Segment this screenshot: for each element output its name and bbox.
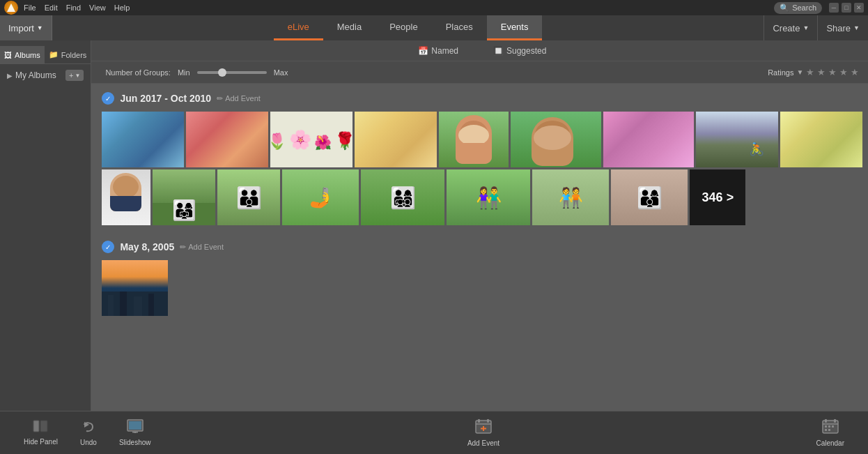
undo-label: Undo xyxy=(80,439,97,446)
tab-people[interactable]: People xyxy=(375,15,431,40)
star1[interactable]: ★ xyxy=(806,67,814,77)
tab-named[interactable]: 📅 Named xyxy=(411,43,465,59)
import-chevron: ▼ xyxy=(37,24,43,31)
tab-elive[interactable]: eLive xyxy=(274,15,323,40)
create-button[interactable]: Create ▼ xyxy=(764,15,817,40)
slideshow-button[interactable]: Slideshow xyxy=(109,415,161,451)
menu-items: File Edit Find View Help xyxy=(24,3,130,12)
event-check-2[interactable]: ✓ xyxy=(102,241,114,253)
svg-rect-22 xyxy=(828,429,830,431)
sidebar-tab-folders[interactable]: 📁 Folders xyxy=(45,46,91,63)
main-photo-area: ✓ Jun 2017 - Oct 2010 ✏ Add Event xyxy=(91,84,868,411)
folders-icon: 📁 xyxy=(49,50,59,59)
add-album-button[interactable]: + ▼ xyxy=(65,70,84,81)
star4[interactable]: ★ xyxy=(839,67,848,77)
photo-10[interactable] xyxy=(102,169,150,225)
calendar-button[interactable]: Calendar xyxy=(806,414,854,451)
undo-button[interactable]: Undo xyxy=(68,415,109,451)
add-event-toolbar-label: Add Event xyxy=(467,439,499,447)
slider-thumb[interactable] xyxy=(218,68,226,77)
my-albums-title: ▶ My Albums xyxy=(7,70,56,80)
photo-8[interactable]: 🚴 xyxy=(696,112,778,167)
tab-suggested[interactable]: 🔲 Suggested xyxy=(486,43,553,59)
tab-media[interactable]: Media xyxy=(323,15,375,40)
calendar-label: Calendar xyxy=(816,439,844,447)
groups-slider[interactable] xyxy=(197,71,267,74)
event-date-1: Jun 2017 - Oct 2010 xyxy=(120,93,211,104)
menu-help[interactable]: Help xyxy=(114,3,130,12)
groups-label: Number of Groups: xyxy=(105,68,171,77)
import-button[interactable]: Import ▼ xyxy=(0,15,52,40)
photo-12[interactable]: 👪 xyxy=(217,169,280,225)
hide-panel-button[interactable]: Hide Panel xyxy=(14,416,68,450)
menu-view[interactable]: View xyxy=(89,3,106,12)
search-icon: 🔍 xyxy=(780,3,789,13)
photo-overflow[interactable]: 346 > xyxy=(690,169,745,225)
share-chevron: ▼ xyxy=(853,24,860,31)
sidebar-section-albums: ▶ My Albums + ▼ xyxy=(0,64,91,86)
event-check-1[interactable]: ✓ xyxy=(102,92,114,105)
photo-9[interactable] xyxy=(780,112,862,167)
tab-events[interactable]: Events xyxy=(487,15,543,40)
photo-4[interactable] xyxy=(355,112,437,167)
svg-rect-16 xyxy=(834,419,836,423)
svg-rect-10 xyxy=(487,419,489,423)
overflow-count[interactable]: 346 > xyxy=(690,169,745,225)
navbar: Import ▼ eLive Media People Places Event… xyxy=(0,15,868,40)
maximize-button[interactable]: □ xyxy=(842,3,851,13)
slideshow-icon xyxy=(127,419,144,437)
photo-13[interactable]: 🤳 xyxy=(282,169,359,225)
min-label: Min xyxy=(178,68,190,77)
svg-rect-7 xyxy=(132,432,138,433)
star2[interactable]: ★ xyxy=(817,67,826,77)
menu-find[interactable]: Find xyxy=(66,3,81,12)
event-group-2: ✓ May 8, 2005 ✏ Add Event xyxy=(102,239,862,316)
menu-file[interactable]: File xyxy=(24,3,36,12)
photo-5[interactable] xyxy=(439,112,509,167)
right-panel: 📅 Named 🔲 Suggested Number of Groups: Mi… xyxy=(91,40,868,411)
add-event-2-button[interactable]: ✏ Add Event xyxy=(180,243,224,252)
close-button[interactable]: ✕ xyxy=(854,3,864,13)
add-event-icon xyxy=(475,418,492,437)
app-logo xyxy=(4,1,18,15)
photo-2[interactable] xyxy=(186,112,268,167)
photo-6[interactable] xyxy=(511,112,601,167)
content-area: 🖼 Albums 📁 Folders ▶ My Albums + ▼ 📅 xyxy=(0,40,868,411)
photo-3[interactable]: 🌷 🌸 🌺 🌹 xyxy=(270,112,352,167)
event-header-1: ✓ Jun 2017 - Oct 2010 ✏ Add Event xyxy=(102,91,862,106)
svg-rect-20 xyxy=(832,425,834,427)
share-button[interactable]: Share ▼ xyxy=(817,15,868,40)
ratings-filter[interactable]: Ratings ▼ ★ ★ ★ ★ ★ xyxy=(768,67,859,77)
suggested-icon: 🔲 xyxy=(493,46,504,56)
sidebar-tab-albums[interactable]: 🖼 Albums xyxy=(0,46,45,63)
menu-edit[interactable]: Edit xyxy=(45,3,58,12)
add-event-1-button[interactable]: ✏ Add Event xyxy=(217,94,261,103)
groupsbar: Number of Groups: Min Max Ratings ▼ ★ ★ … xyxy=(91,61,868,84)
svg-rect-2 xyxy=(40,421,47,432)
photo-17[interactable]: 👨‍👩‍👦 xyxy=(611,169,688,225)
search-area[interactable]: 🔍 Search xyxy=(774,2,822,14)
star3[interactable]: ★ xyxy=(828,67,837,77)
minimize-button[interactable]: ─ xyxy=(829,3,839,13)
tab-places[interactable]: Places xyxy=(432,15,487,40)
event-header-2: ✓ May 8, 2005 ✏ Add Event xyxy=(102,239,862,255)
photo-11[interactable]: 👨‍👩‍👧 xyxy=(153,169,215,225)
photo-1[interactable] xyxy=(102,112,184,167)
ratings-chevron: ▼ xyxy=(796,68,803,76)
photo-14[interactable]: 👨‍👩‍👧‍👦 xyxy=(361,169,444,225)
svg-rect-18 xyxy=(825,425,827,427)
add-event-button[interactable]: Add Event xyxy=(458,414,509,451)
photo-city[interactable] xyxy=(102,260,168,316)
named-icon: 📅 xyxy=(418,46,428,56)
photo-16[interactable]: 🧑‍🤝‍🧑 xyxy=(532,169,609,225)
toolbar: Hide Panel Undo Slideshow xyxy=(0,411,868,454)
star5[interactable]: ★ xyxy=(851,67,859,77)
edit-icon-2: ✏ xyxy=(180,243,186,252)
hide-panel-label: Hide Panel xyxy=(24,438,58,446)
photo-15[interactable]: 👫 xyxy=(447,169,530,225)
add-dropdown-icon: ▼ xyxy=(75,73,80,79)
photo-7[interactable] xyxy=(603,112,694,167)
search-label: Search xyxy=(792,3,816,12)
expand-icon: ▶ xyxy=(7,72,13,80)
svg-rect-19 xyxy=(828,425,830,427)
